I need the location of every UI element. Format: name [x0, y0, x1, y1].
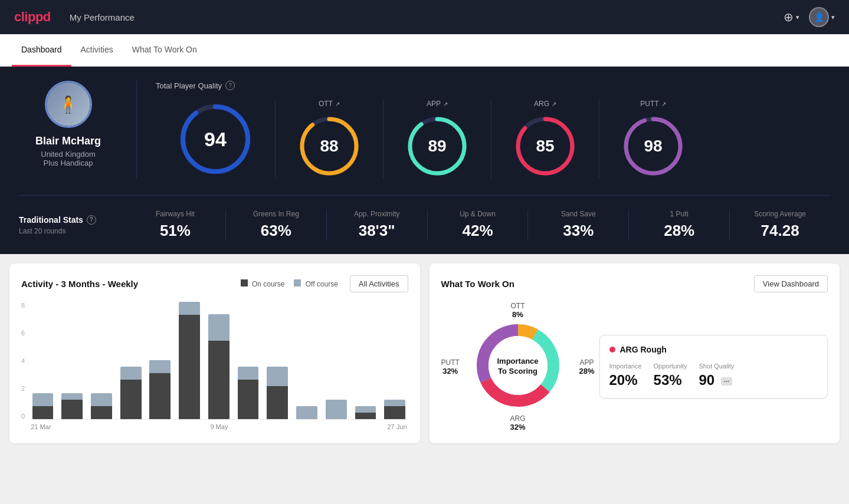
chart-legend: On course Off course: [241, 279, 338, 288]
bar-off: [149, 360, 171, 373]
tab-activities[interactable]: Activities: [71, 34, 123, 67]
stat-updown-label: Up & Down: [435, 210, 521, 218]
stat-updown-value: 42%: [435, 222, 521, 240]
info-opportunity: Opportunity 53%: [654, 363, 687, 388]
all-activities-button[interactable]: All Activities: [350, 275, 408, 292]
trad-stats-row: Fairways Hit 51% Greens In Reg 63% App. …: [125, 210, 830, 240]
app-value: 89: [428, 137, 446, 156]
avatar-chevron: ▾: [831, 14, 835, 21]
stat-scoring: Scoring Average 74.28: [730, 210, 830, 240]
stat-sandsave-value: 33%: [535, 222, 621, 240]
ott-card: OTT ↗ 88: [276, 100, 383, 179]
bar-group: [352, 302, 379, 419]
bar-on: [238, 380, 259, 419]
stat-scoring-value: 74.28: [737, 222, 823, 240]
stat-1putt-label: 1 Putt: [636, 210, 722, 218]
wtwon-content: OTT 8% APP 28% ARG 32% PUTT 32%: [441, 302, 828, 431]
stat-fairways: Fairways Hit 51%: [125, 210, 226, 240]
main-score-card: 94: [156, 101, 276, 177]
bar-on: [179, 315, 200, 419]
stat-scoring-label: Scoring Average: [737, 210, 823, 218]
avatar-button[interactable]: 👤 ▾: [809, 7, 835, 27]
arg-card: ARG ↗ 85: [491, 100, 599, 179]
header-title: My Performance: [70, 12, 135, 22]
tab-what-to-work-on[interactable]: What To Work On: [123, 34, 206, 67]
bar-group: [117, 302, 144, 419]
bar-group: [264, 302, 291, 419]
app-arrow-icon: ↗: [443, 101, 448, 107]
bar-off: [61, 393, 83, 400]
metrics-row: 94 OTT ↗ 88: [156, 100, 830, 179]
bar-off: [355, 406, 376, 413]
donut-svg-wrapper: Importance To Scoring: [471, 318, 565, 415]
arg-value: 85: [536, 137, 554, 156]
bar-group: [205, 302, 232, 419]
bar-group: [147, 302, 173, 419]
main-score-value: 94: [204, 128, 227, 151]
player-handicap: Plus Handicap: [44, 159, 93, 167]
metrics-section: Total Player Quality ? 94: [137, 81, 830, 179]
player-country: United Kingdom: [41, 150, 96, 159]
arg-info-title: ARG Rough: [609, 345, 818, 354]
bar-group: [176, 302, 203, 419]
add-icon: ⊕: [784, 10, 794, 24]
bars-row: [29, 302, 408, 420]
bar-on: [149, 373, 171, 419]
wtwon-panel: What To Work On View Dashboard OTT 8% AP…: [430, 263, 840, 443]
stat-updown: Up & Down 42%: [428, 210, 529, 240]
ott-value: 88: [320, 137, 338, 156]
info-shot-quality: Shot Quality 90 ···: [699, 363, 734, 388]
app-circle: 89: [405, 114, 470, 179]
stat-fairways-label: Fairways Hit: [132, 210, 218, 218]
ott-arrow-icon: ↗: [335, 101, 340, 107]
add-button[interactable]: ⊕ ▾: [784, 10, 799, 24]
logo: clippd: [14, 9, 51, 25]
bar-off: [326, 400, 347, 419]
bar-on: [61, 400, 83, 419]
stat-1putt: 1 Putt 28%: [629, 210, 730, 240]
chart-bars-container: 21 Mar 9 May 27 Jun: [29, 302, 408, 430]
wtwon-title: What To Work On: [441, 279, 514, 289]
stat-greens-label: Greens In Reg: [233, 210, 319, 218]
activity-title: Activity - 3 Months - Weekly: [21, 279, 138, 289]
bar-on: [32, 406, 54, 419]
avatar-image: 🧍: [47, 83, 90, 126]
y-axis: 8 6 4 2 0: [21, 302, 25, 420]
ott-circle: 88: [297, 114, 362, 179]
bottom-panels: Activity - 3 Months - Weekly On course O…: [0, 254, 849, 453]
legend-on-course: On course: [241, 279, 285, 288]
app-label: APP ↗: [427, 100, 448, 108]
arg-circle: 85: [513, 114, 578, 179]
bar-on: [120, 380, 142, 419]
bar-off: [208, 314, 230, 341]
arg-label-bottom: ARG 32%: [510, 414, 525, 431]
hero-section: 🧍 Blair McHarg United Kingdom Plus Handi…: [0, 67, 849, 254]
tab-bar: Dashboard Activities What To Work On: [0, 34, 849, 67]
stat-1putt-value: 28%: [636, 222, 722, 240]
tab-dashboard[interactable]: Dashboard: [12, 34, 71, 67]
bar-group: [88, 302, 115, 419]
arg-label: ARG ↗: [534, 100, 556, 108]
stat-greens: Greens In Reg 63%: [226, 210, 327, 240]
app-label-right: APP 28%: [579, 358, 594, 375]
ott-label: OTT ↗: [319, 100, 340, 108]
activity-panel-header: Activity - 3 Months - Weekly On course O…: [21, 275, 408, 292]
stat-fairways-value: 51%: [132, 222, 218, 240]
trad-subtitle: Last 20 rounds: [19, 227, 125, 235]
logo-area: clippd My Performance: [14, 9, 135, 25]
putt-label-left: PUTT 32%: [441, 358, 460, 375]
view-dashboard-button[interactable]: View Dashboard: [754, 275, 828, 292]
tpq-help-icon[interactable]: ?: [225, 81, 235, 90]
chart-area: 8 6 4 2 0 21 Mar 9 May 27 Jun: [21, 302, 408, 430]
bar-on: [384, 406, 405, 419]
putt-circle: 98: [621, 114, 686, 179]
bar-on: [355, 413, 376, 419]
bar-off: [384, 400, 405, 406]
bar-off: [296, 406, 317, 419]
bar-on: [91, 406, 112, 419]
legend-off-course: Off course: [294, 279, 337, 288]
app-card: APP ↗ 89: [383, 100, 491, 179]
arg-info-card: ARG Rough Importance 20% Opportunity 53%…: [599, 335, 828, 398]
trad-help-icon[interactable]: ?: [87, 215, 96, 225]
bar-on: [267, 386, 288, 419]
